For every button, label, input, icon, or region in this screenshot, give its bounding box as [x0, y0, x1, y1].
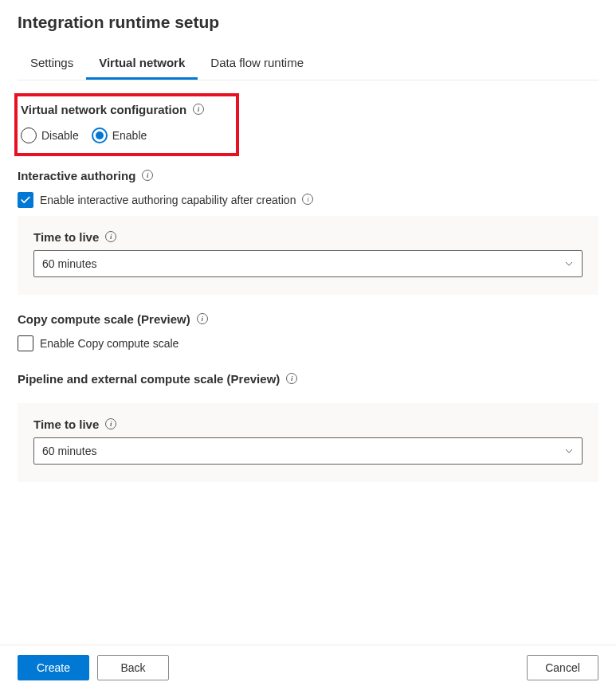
- tab-virtual-network[interactable]: Virtual network: [86, 48, 198, 80]
- radio-unchecked-icon: [21, 127, 37, 143]
- interactive-authoring-checkbox-label: Enable interactive authoring capability …: [40, 194, 296, 206]
- radio-dot-icon: [96, 131, 104, 139]
- checkmark-icon: [20, 194, 31, 206]
- info-icon[interactable]: i: [302, 194, 313, 205]
- vnet-disable-label: Disable: [41, 129, 79, 142]
- create-button[interactable]: Create: [18, 655, 89, 680]
- info-icon[interactable]: i: [142, 170, 153, 181]
- pipeline-ttl-value: 60 minutes: [42, 445, 96, 457]
- vnet-enable-label: Enable: [112, 129, 147, 142]
- copy-compute-checkbox[interactable]: [18, 335, 33, 351]
- cancel-button[interactable]: Cancel: [527, 655, 598, 680]
- vnet-disable-radio[interactable]: Disable: [21, 127, 79, 143]
- radio-checked-icon: [92, 127, 108, 143]
- pipeline-compute-panel: Time to live i 60 minutes: [18, 403, 598, 482]
- pipeline-ttl-label: Time to live: [33, 418, 99, 431]
- vnet-config-heading: Virtual network configuration: [21, 103, 186, 116]
- tab-settings[interactable]: Settings: [18, 48, 86, 80]
- interactive-authoring-panel: Time to live i 60 minutes: [18, 216, 598, 295]
- vnet-enable-radio[interactable]: Enable: [92, 127, 147, 143]
- interactive-ttl-value: 60 minutes: [42, 257, 96, 270]
- vnet-radio-group: Disable Enable: [21, 127, 226, 143]
- back-button[interactable]: Back: [97, 655, 169, 680]
- chevron-down-icon: [564, 446, 574, 456]
- tabs-bar: Settings Virtual network Data flow runti…: [18, 48, 598, 80]
- tab-data-flow-runtime[interactable]: Data flow runtime: [198, 48, 316, 80]
- info-icon[interactable]: i: [193, 104, 204, 115]
- copy-compute-heading: Copy compute scale (Preview): [18, 312, 190, 326]
- copy-compute-checkbox-label: Enable Copy compute scale: [40, 337, 179, 350]
- interactive-ttl-select[interactable]: 60 minutes: [33, 250, 583, 277]
- page-title: Integration runtime setup: [18, 13, 598, 32]
- vnet-config-highlight: Virtual network configuration i Disable …: [14, 93, 239, 156]
- footer-bar: Create Back Cancel: [0, 645, 616, 690]
- chevron-down-icon: [564, 259, 574, 269]
- interactive-authoring-heading: Interactive authoring: [18, 169, 135, 182]
- info-icon[interactable]: i: [286, 373, 297, 384]
- interactive-authoring-checkbox[interactable]: [18, 192, 33, 208]
- info-icon[interactable]: i: [105, 418, 116, 429]
- pipeline-compute-heading: Pipeline and external compute scale (Pre…: [18, 372, 280, 386]
- interactive-ttl-label: Time to live: [33, 230, 99, 244]
- pipeline-ttl-select[interactable]: 60 minutes: [33, 437, 583, 465]
- info-icon[interactable]: i: [105, 231, 116, 242]
- info-icon[interactable]: i: [197, 313, 208, 324]
